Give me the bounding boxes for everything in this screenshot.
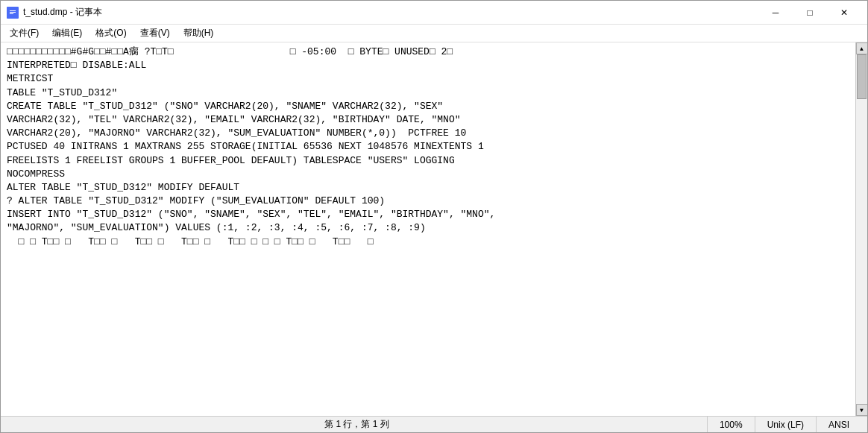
scroll-up-arrow[interactable]: ▲ (856, 42, 868, 54)
menu-file[interactable]: 文件(F) (4, 25, 45, 41)
app-icon (7, 7, 19, 19)
scrollbar-thumb[interactable] (857, 54, 867, 99)
text-editor[interactable]: □□□□□□□□□□□#G#G□□#□□A瘸 ?T□T□ □ -05:00 □ … (1, 42, 855, 416)
notepad-window: t_stud.dmp - 记事本 ─ □ ✕ 文件(F) 编辑(E) 格式(O)… (0, 0, 868, 433)
window-title: t_stud.dmp - 记事本 (23, 6, 102, 19)
menu-help[interactable]: 帮助(H) (177, 25, 220, 41)
title-controls: ─ □ ✕ (758, 1, 861, 25)
title-bar: t_stud.dmp - 记事本 ─ □ ✕ (1, 1, 867, 25)
svg-rect-1 (10, 10, 16, 11)
content-area: □□□□□□□□□□□#G#G□□#□□A瘸 ?T□T□ □ -05:00 □ … (1, 42, 867, 416)
status-bar: 第 1 行，第 1 列 100% Unix (LF) ANSI (1, 416, 867, 432)
menu-format[interactable]: 格式(O) (89, 25, 132, 41)
menu-edit[interactable]: 编辑(E) (46, 25, 88, 41)
maximize-button[interactable]: □ (793, 1, 827, 25)
scrollbar-track[interactable] (856, 54, 867, 404)
minimize-button[interactable]: ─ (758, 1, 793, 25)
menu-bar: 文件(F) 编辑(E) 格式(O) 查看(V) 帮助(H) (1, 25, 867, 42)
svg-rect-2 (10, 12, 16, 13)
status-encoding: ANSI (817, 417, 861, 432)
status-zoom: 100% (708, 417, 755, 432)
scroll-down-arrow[interactable]: ▼ (856, 404, 868, 416)
menu-view[interactable]: 查看(V) (134, 25, 176, 41)
status-position: 第 1 行，第 1 列 (7, 417, 708, 432)
svg-rect-3 (10, 13, 13, 14)
scrollbar[interactable]: ▲ ▼ (855, 42, 867, 416)
title-bar-left: t_stud.dmp - 记事本 (7, 6, 758, 19)
close-button[interactable]: ✕ (827, 1, 861, 25)
status-line-ending: Unix (LF) (755, 417, 817, 432)
